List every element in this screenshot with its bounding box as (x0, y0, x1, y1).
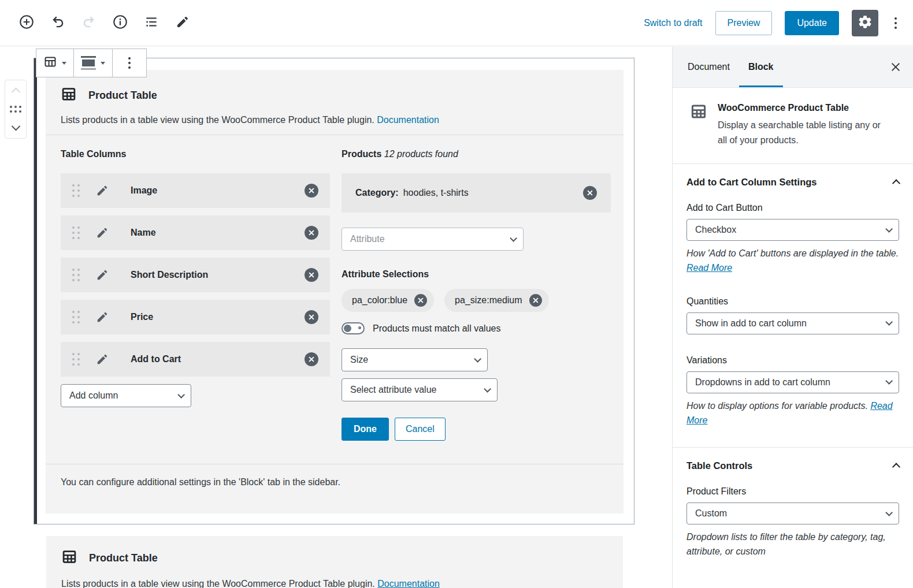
remove-category-icon[interactable] (583, 186, 597, 200)
cancel-button[interactable]: Cancel (395, 418, 446, 441)
column-row-add-to-cart: Add to Cart (61, 342, 330, 377)
cart-settings-panel-header[interactable]: Add to Cart Column Settings (673, 164, 913, 195)
remove-column-icon[interactable] (305, 310, 318, 324)
product-table-block-icon (43, 55, 57, 71)
undo-button[interactable] (46, 12, 69, 35)
category-filter-row: Category: hoodies, t-shirts (342, 173, 611, 213)
close-sidebar-button[interactable] (878, 47, 913, 87)
drag-handle-icon[interactable] (72, 269, 80, 281)
block-header: Product Table (46, 536, 623, 567)
column-label: Add to Cart (131, 354, 181, 364)
product-filters-help: Dropdown lists to filter the table by ca… (686, 530, 899, 559)
tab-block[interactable]: Block (739, 47, 783, 87)
drag-handle-icon[interactable] (72, 184, 80, 197)
chevron-up-icon (892, 463, 900, 471)
remove-column-icon[interactable] (305, 184, 318, 198)
top-bar-left-tools (0, 12, 194, 35)
block-title: Product Table (89, 552, 158, 564)
match-all-label: Products must match all values (373, 323, 500, 334)
match-all-toggle[interactable] (342, 322, 365, 334)
redo-button[interactable] (77, 12, 101, 35)
table-controls-panel-header[interactable]: Table Controls (673, 448, 913, 478)
update-button[interactable]: Update (785, 11, 839, 35)
content-structure-button[interactable] (109, 12, 132, 35)
attribute-value-select[interactable]: Select attribute value (342, 378, 498, 401)
quantities-select[interactable]: Show in add to cart column (686, 312, 899, 334)
move-up-icon[interactable] (11, 88, 20, 97)
kebab-icon (895, 17, 897, 29)
edit-column-button[interactable] (96, 269, 109, 281)
attribute-action-buttons: Done Cancel (342, 418, 611, 441)
remove-column-icon[interactable] (305, 226, 318, 240)
column-row-short-description: Short Description (61, 258, 330, 292)
read-more-link[interactable]: Read More (686, 263, 732, 273)
edit-column-button[interactable] (96, 353, 109, 366)
products-section: Products 12 products found Category: hoo… (342, 149, 611, 441)
remove-chip-icon[interactable] (529, 294, 542, 307)
products-found-count: 12 products found (384, 149, 458, 159)
remove-column-icon[interactable] (305, 268, 318, 282)
settings-sidebar: Document Block WooCommerce Product Table… (672, 47, 913, 588)
done-button[interactable]: Done (342, 418, 389, 441)
cart-settings-panel: Add to Cart Column Settings Add to Cart … (673, 164, 913, 448)
gear-icon (858, 14, 873, 31)
product-filters-select[interactable]: Custom (686, 503, 899, 524)
change-alignment-button[interactable] (74, 49, 113, 77)
attribute-name-select[interactable]: Size (342, 348, 488, 371)
drag-handle-icon[interactable] (72, 311, 80, 323)
drag-handle-icon[interactable] (72, 353, 80, 366)
chevron-down-icon (62, 62, 66, 65)
drag-handle-icon[interactable] (10, 106, 21, 113)
block-footer-note: You can configure additional settings in… (46, 464, 623, 500)
tab-document[interactable]: Document (678, 47, 739, 87)
block-selection-bar (34, 58, 37, 524)
variations-select[interactable]: Dropdowns in add to cart column (686, 371, 899, 393)
chevron-up-icon (892, 179, 900, 187)
add-to-cart-button-select[interactable]: Checkbox (686, 219, 899, 241)
add-to-cart-help: How 'Add to Cart' buttons are displayed … (686, 247, 899, 276)
remove-chip-icon[interactable] (414, 294, 427, 307)
edit-column-button[interactable] (96, 226, 109, 239)
category-value: hoodies, t-shirts (403, 188, 469, 198)
documentation-link[interactable]: Documentation (377, 579, 440, 588)
column-row-price: Price (61, 300, 330, 334)
table-controls-panel-body: Product Filters Custom Dropdown lists to… (673, 486, 913, 579)
column-label: Name (131, 228, 156, 238)
table-columns-section: Table Columns Image Name (61, 149, 330, 441)
list-view-icon (144, 14, 159, 31)
settings-button[interactable] (852, 10, 878, 36)
kebab-icon (128, 57, 131, 69)
switch-to-draft-link[interactable]: Switch to draft (644, 18, 702, 28)
block-card: WooCommerce Product Table Display a sear… (673, 88, 913, 164)
block-card-description: Display a searchable table listing any o… (718, 118, 891, 147)
inserter-button[interactable] (15, 12, 38, 35)
edit-column-button[interactable] (96, 184, 109, 197)
close-icon (890, 62, 901, 72)
product-table-block-2[interactable]: Product Table Lists products in a table … (46, 536, 623, 588)
product-table-grid-icon (690, 103, 707, 147)
edit-column-button[interactable] (96, 311, 109, 323)
attribute-select[interactable]: Attribute (342, 228, 524, 251)
attribute-chips: pa_color:blue pa_size:medium (342, 289, 611, 312)
block-description: Lists products in a table view using the… (46, 105, 623, 135)
block-type-button[interactable] (36, 49, 74, 77)
variations-label: Variations (686, 355, 899, 366)
block-navigation-button[interactable] (140, 12, 163, 35)
chevron-down-icon (885, 509, 893, 516)
chevron-down-icon (101, 62, 105, 65)
move-down-icon[interactable] (11, 122, 20, 131)
more-tools-button[interactable] (891, 13, 900, 34)
undo-icon (50, 14, 65, 31)
preview-button[interactable]: Preview (715, 11, 773, 35)
drag-handle-icon[interactable] (72, 226, 80, 239)
product-table-block-selected: Product Table Lists products in a table … (34, 58, 634, 524)
block-more-options-button[interactable] (113, 49, 146, 77)
category-label: Category: (355, 188, 399, 198)
edit-mode-button[interactable] (171, 12, 194, 35)
add-column-select[interactable]: Add column (61, 384, 191, 407)
remove-column-icon[interactable] (305, 352, 318, 366)
info-icon (112, 14, 128, 32)
attribute-chip: pa_size:medium (444, 289, 549, 312)
chevron-down-icon (885, 225, 893, 233)
documentation-link[interactable]: Documentation (377, 115, 439, 125)
